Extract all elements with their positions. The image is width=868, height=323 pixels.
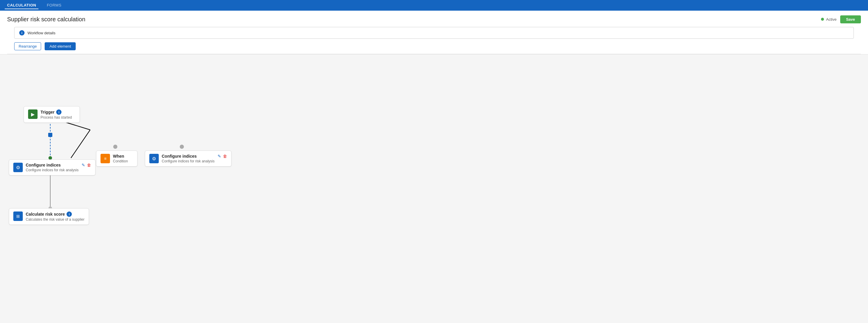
when-title: When — [113, 154, 124, 158]
trigger-title: Trigger — [40, 110, 54, 115]
nav-tab-calculation[interactable]: CALCULATION — [5, 2, 38, 9]
workflow-details-bar[interactable]: i Workflow details — [14, 27, 854, 39]
rearrange-button[interactable]: Rearrange — [14, 42, 41, 50]
when-node: ≡ When Condition — [96, 151, 137, 167]
configure-indices-2-title: Configure indices — [162, 154, 196, 158]
configure-indices-1-subtitle: Configure indices for risk analysis — [26, 168, 79, 172]
page-title: Supplier risk score calculation — [7, 16, 86, 23]
trigger-icon: ▶ — [28, 110, 37, 119]
configure-indices-1-icon: ⚙ — [13, 163, 23, 172]
trigger-subtitle: Process has started — [40, 115, 75, 119]
active-dot — [821, 18, 824, 21]
top-nav: CALCULATION FORMS — [0, 0, 868, 11]
configure-indices-2-node: ⚙ Configure indices Configure indices fo… — [145, 151, 231, 167]
configure-indices-1-title: Configure indices — [26, 163, 61, 168]
calculate-risk-node: ⊞ Calculate risk score i Calculates the … — [9, 208, 89, 225]
trigger-badge: i — [56, 110, 61, 115]
svg-line-8 — [71, 130, 90, 158]
save-button[interactable]: Save — [840, 16, 861, 23]
configure-indices-2-icon: ⚙ — [149, 154, 159, 163]
calculate-risk-badge: i — [66, 211, 72, 217]
svg-rect-1 — [48, 133, 52, 137]
calculate-risk-title: Calculate risk score — [26, 212, 65, 216]
workflow-details-text: Workflow details — [28, 31, 55, 35]
connections-svg — [0, 54, 868, 323]
info-icon: i — [19, 30, 25, 35]
header-right: Active Save — [821, 16, 861, 23]
canvas: ▶ Trigger i Process has started ⚙ Config… — [0, 54, 868, 323]
configure-indices-1-delete-icon[interactable]: 🗑 — [87, 163, 91, 168]
toolbar: Rearrange Add element — [7, 39, 861, 54]
configure-indices-2-delete-icon[interactable]: 🗑 — [223, 154, 227, 158]
nav-tab-forms[interactable]: FORMS — [44, 2, 64, 9]
configure-indices-1-node: ⚙ Configure indices Configure indices fo… — [9, 159, 95, 175]
configure-indices-1-edit-icon[interactable]: ✎ — [82, 163, 85, 168]
configure-indices-2-subtitle: Configure indices for risk analysis — [162, 159, 215, 163]
configure-indices-2-edit-icon[interactable]: ✎ — [218, 154, 221, 158]
calculate-risk-icon: ⊞ — [13, 211, 23, 221]
svg-point-5 — [180, 145, 184, 149]
active-label: Active — [821, 17, 836, 22]
calculate-risk-subtitle: Calculates the risk value of a supplier — [26, 217, 85, 222]
page-header: Supplier risk score calculation Active S… — [0, 11, 868, 54]
when-subtitle: Condition — [113, 159, 133, 163]
add-element-button[interactable]: Add element — [44, 42, 76, 50]
svg-point-4 — [113, 145, 117, 149]
when-icon: ≡ — [100, 154, 110, 163]
trigger-node: ▶ Trigger i Process has started — [24, 106, 80, 123]
